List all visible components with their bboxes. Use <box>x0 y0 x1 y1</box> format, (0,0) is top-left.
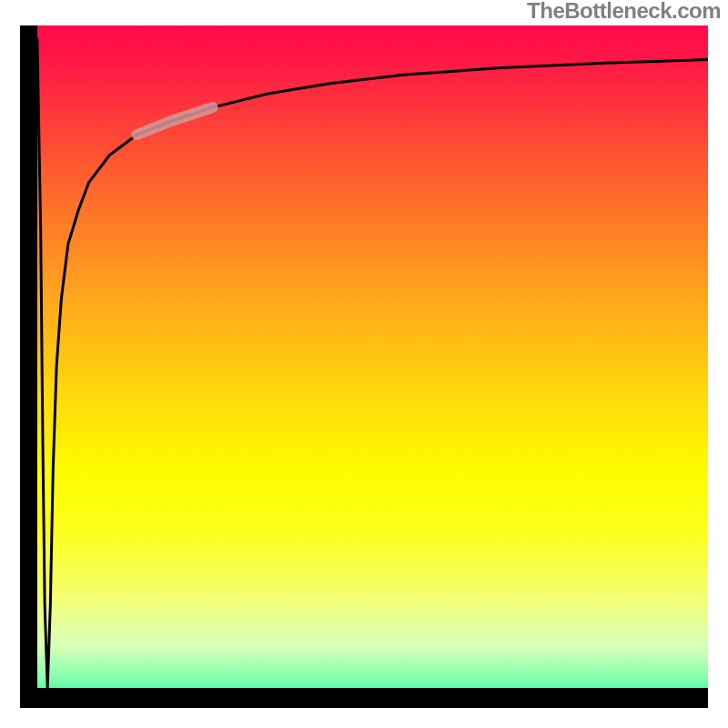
plot-area <box>20 25 708 708</box>
watermark-text: TheBottleneck.com <box>527 0 721 22</box>
bottom-axis-bar <box>20 688 708 708</box>
left-axis-bar <box>20 25 37 708</box>
bottleneck-chart: TheBottleneck.com <box>0 0 728 728</box>
severity-gradient-background <box>20 25 708 708</box>
